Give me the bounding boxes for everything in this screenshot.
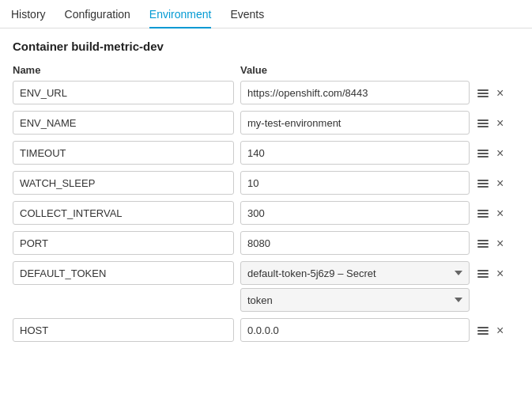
menu-icon[interactable] bbox=[476, 208, 490, 219]
row-actions: × bbox=[476, 176, 505, 192]
env-value-input-row5[interactable] bbox=[240, 201, 470, 225]
remove-icon[interactable]: × bbox=[495, 85, 505, 101]
remove-icon[interactable]: × bbox=[495, 323, 505, 339]
env-name-input-row3[interactable] bbox=[13, 141, 234, 165]
menu-icon[interactable] bbox=[476, 148, 490, 159]
row-actions: × bbox=[476, 146, 505, 161]
env-value-input-row6[interactable] bbox=[240, 231, 470, 255]
dropdown-group: default-token-5j6z9 – Secrettoken bbox=[240, 261, 470, 312]
env-value-input-row1[interactable] bbox=[240, 81, 470, 104]
remove-icon[interactable]: × bbox=[495, 146, 505, 161]
env-row: × bbox=[13, 171, 519, 195]
env-row: × bbox=[13, 231, 519, 255]
env-name-input-row7[interactable] bbox=[13, 261, 234, 285]
row-actions: × bbox=[476, 206, 505, 222]
menu-icon[interactable] bbox=[476, 118, 490, 129]
env-value-input-row8[interactable] bbox=[240, 318, 470, 342]
env-name-input-row2[interactable] bbox=[13, 111, 234, 135]
env-value-input-row2[interactable] bbox=[240, 111, 470, 135]
menu-icon[interactable] bbox=[476, 238, 490, 249]
row-actions: × bbox=[476, 323, 505, 339]
row-actions: × bbox=[476, 266, 505, 282]
env-value-select2-row7[interactable]: token bbox=[240, 288, 470, 312]
row-actions: × bbox=[476, 85, 505, 101]
env-row: × bbox=[13, 111, 519, 135]
menu-icon[interactable] bbox=[476, 268, 490, 279]
row-actions: × bbox=[476, 116, 505, 131]
tab-bar: HistoryConfigurationEnvironmentEvents bbox=[0, 0, 532, 28]
tab-environment[interactable]: Environment bbox=[149, 0, 212, 28]
content-area: Container build-metric-dev Name Value ××… bbox=[0, 28, 532, 359]
tab-events[interactable]: Events bbox=[230, 0, 264, 28]
row-actions: × bbox=[476, 236, 505, 252]
remove-icon[interactable]: × bbox=[495, 206, 505, 222]
env-value-input-row4[interactable] bbox=[240, 171, 470, 195]
remove-icon[interactable]: × bbox=[495, 236, 505, 252]
remove-icon[interactable]: × bbox=[495, 176, 505, 192]
env-value-input-row3[interactable] bbox=[240, 141, 470, 165]
env-name-input-row4[interactable] bbox=[13, 171, 234, 195]
name-column-header: Name bbox=[13, 64, 234, 76]
container-title: Container build-metric-dev bbox=[13, 40, 519, 53]
column-headers: Name Value bbox=[13, 64, 519, 76]
tab-configuration[interactable]: Configuration bbox=[65, 0, 130, 28]
remove-icon[interactable]: × bbox=[495, 266, 505, 282]
env-row: default-token-5j6z9 – Secrettoken× bbox=[13, 261, 519, 312]
env-row: × bbox=[13, 201, 519, 225]
env-name-input-row1[interactable] bbox=[13, 81, 234, 104]
value-column-header: Value bbox=[240, 64, 267, 76]
env-value-select1-row7[interactable]: default-token-5j6z9 – Secret bbox=[240, 261, 470, 285]
env-name-input-row8[interactable] bbox=[13, 318, 234, 342]
menu-icon[interactable] bbox=[476, 88, 490, 99]
env-row: × bbox=[13, 81, 519, 104]
menu-icon[interactable] bbox=[476, 325, 490, 336]
env-row: × bbox=[13, 141, 519, 165]
env-rows-container: ××××××default-token-5j6z9 – Secrettoken×… bbox=[13, 81, 519, 342]
env-name-input-row5[interactable] bbox=[13, 201, 234, 225]
env-name-input-row6[interactable] bbox=[13, 231, 234, 255]
menu-icon[interactable] bbox=[476, 178, 490, 189]
tab-history[interactable]: History bbox=[11, 0, 46, 28]
remove-icon[interactable]: × bbox=[495, 116, 505, 131]
env-row: × bbox=[13, 318, 519, 342]
